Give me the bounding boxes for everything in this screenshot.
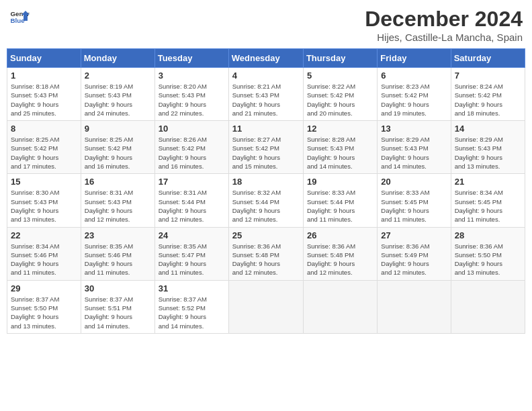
calendar-cell: 5Sunrise: 8:22 AM Sunset: 5:42 PM Daylig… xyxy=(303,68,377,121)
day-number: 9 xyxy=(85,124,151,134)
day-info: Sunrise: 8:27 AM Sunset: 5:42 PM Dayligh… xyxy=(232,135,300,171)
calendar-cell: 23Sunrise: 8:35 AM Sunset: 5:46 PM Dayli… xyxy=(81,227,154,280)
day-number: 24 xyxy=(159,230,225,240)
calendar-week-row: 15Sunrise: 8:30 AM Sunset: 5:43 PM Dayli… xyxy=(7,174,525,227)
weekday-header-row: SundayMondayTuesdayWednesdayThursdayFrid… xyxy=(7,49,525,68)
calendar-cell: 22Sunrise: 8:34 AM Sunset: 5:46 PM Dayli… xyxy=(7,227,81,280)
calendar-cell: 6Sunrise: 8:23 AM Sunset: 5:42 PM Daylig… xyxy=(378,68,451,121)
day-number: 29 xyxy=(11,283,77,293)
calendar-week-row: 22Sunrise: 8:34 AM Sunset: 5:46 PM Dayli… xyxy=(7,227,525,280)
day-number: 20 xyxy=(381,177,447,187)
day-number: 31 xyxy=(159,283,225,293)
day-info: Sunrise: 8:26 AM Sunset: 5:42 PM Dayligh… xyxy=(159,135,225,171)
day-info: Sunrise: 8:31 AM Sunset: 5:44 PM Dayligh… xyxy=(159,188,225,224)
logo-icon: General Blue xyxy=(9,7,30,27)
day-number: 8 xyxy=(11,124,77,134)
day-number: 13 xyxy=(381,124,447,134)
day-info: Sunrise: 8:35 AM Sunset: 5:47 PM Dayligh… xyxy=(159,242,225,277)
calendar-cell: 11Sunrise: 8:27 AM Sunset: 5:42 PM Dayli… xyxy=(228,121,303,174)
day-info: Sunrise: 8:29 AM Sunset: 5:43 PM Dayligh… xyxy=(381,135,447,171)
day-number: 17 xyxy=(159,177,225,187)
calendar-cell: 19Sunrise: 8:33 AM Sunset: 5:44 PM Dayli… xyxy=(303,174,377,227)
calendar-cell: 26Sunrise: 8:36 AM Sunset: 5:48 PM Dayli… xyxy=(303,227,377,280)
day-number: 22 xyxy=(11,230,77,240)
calendar-cell: 20Sunrise: 8:33 AM Sunset: 5:45 PM Dayli… xyxy=(378,174,451,227)
day-info: Sunrise: 8:36 AM Sunset: 5:48 PM Dayligh… xyxy=(307,242,373,277)
day-number: 4 xyxy=(232,71,300,81)
day-number: 11 xyxy=(232,124,300,134)
weekday-header-monday: Monday xyxy=(81,49,154,68)
calendar-week-row: 8Sunrise: 8:25 AM Sunset: 5:42 PM Daylig… xyxy=(7,121,525,174)
day-number: 26 xyxy=(307,230,373,240)
calendar-cell: 10Sunrise: 8:26 AM Sunset: 5:42 PM Dayli… xyxy=(154,121,228,174)
day-number: 15 xyxy=(11,177,77,187)
day-number: 19 xyxy=(307,177,373,187)
calendar-cell xyxy=(228,280,303,333)
day-info: Sunrise: 8:20 AM Sunset: 5:43 PM Dayligh… xyxy=(159,82,225,118)
day-number: 14 xyxy=(455,124,521,134)
day-info: Sunrise: 8:29 AM Sunset: 5:43 PM Dayligh… xyxy=(455,135,521,171)
day-number: 25 xyxy=(232,230,300,240)
calendar-subtitle: Hijes, Castille-La Mancha, Spain xyxy=(365,32,523,43)
day-info: Sunrise: 8:24 AM Sunset: 5:42 PM Dayligh… xyxy=(455,82,521,118)
calendar-cell: 12Sunrise: 8:28 AM Sunset: 5:43 PM Dayli… xyxy=(303,121,377,174)
weekday-header-wednesday: Wednesday xyxy=(228,49,303,68)
calendar-cell: 3Sunrise: 8:20 AM Sunset: 5:43 PM Daylig… xyxy=(154,68,228,121)
calendar-table: SundayMondayTuesdayWednesdayThursdayFrid… xyxy=(7,48,525,334)
calendar-week-row: 29Sunrise: 8:37 AM Sunset: 5:50 PM Dayli… xyxy=(7,280,525,333)
calendar-cell: 25Sunrise: 8:36 AM Sunset: 5:48 PM Dayli… xyxy=(228,227,303,280)
calendar-cell: 7Sunrise: 8:24 AM Sunset: 5:42 PM Daylig… xyxy=(451,68,525,121)
weekday-header-sunday: Sunday xyxy=(7,49,81,68)
day-info: Sunrise: 8:37 AM Sunset: 5:52 PM Dayligh… xyxy=(159,295,225,330)
day-info: Sunrise: 8:33 AM Sunset: 5:44 PM Dayligh… xyxy=(307,188,373,224)
day-number: 1 xyxy=(11,71,77,81)
day-info: Sunrise: 8:36 AM Sunset: 5:50 PM Dayligh… xyxy=(455,242,521,277)
day-number: 10 xyxy=(159,124,225,134)
day-info: Sunrise: 8:35 AM Sunset: 5:46 PM Dayligh… xyxy=(85,242,151,277)
day-number: 21 xyxy=(455,177,521,187)
weekday-header-thursday: Thursday xyxy=(303,49,377,68)
day-number: 18 xyxy=(232,177,300,187)
calendar-cell: 14Sunrise: 8:29 AM Sunset: 5:43 PM Dayli… xyxy=(451,121,525,174)
day-info: Sunrise: 8:33 AM Sunset: 5:45 PM Dayligh… xyxy=(381,188,447,224)
day-info: Sunrise: 8:23 AM Sunset: 5:42 PM Dayligh… xyxy=(381,82,447,118)
day-number: 12 xyxy=(307,124,373,134)
calendar-cell: 18Sunrise: 8:32 AM Sunset: 5:44 PM Dayli… xyxy=(228,174,303,227)
calendar-cell: 28Sunrise: 8:36 AM Sunset: 5:50 PM Dayli… xyxy=(451,227,525,280)
day-info: Sunrise: 8:34 AM Sunset: 5:45 PM Dayligh… xyxy=(455,188,521,224)
calendar-cell: 16Sunrise: 8:31 AM Sunset: 5:43 PM Dayli… xyxy=(81,174,154,227)
svg-text:Blue: Blue xyxy=(11,17,26,24)
day-number: 28 xyxy=(455,230,521,240)
day-info: Sunrise: 8:21 AM Sunset: 5:43 PM Dayligh… xyxy=(232,82,300,118)
day-info: Sunrise: 8:34 AM Sunset: 5:46 PM Dayligh… xyxy=(11,242,77,277)
calendar-cell: 4Sunrise: 8:21 AM Sunset: 5:43 PM Daylig… xyxy=(228,68,303,121)
calendar-title: December 2024 xyxy=(365,7,523,32)
day-info: Sunrise: 8:36 AM Sunset: 5:48 PM Dayligh… xyxy=(232,242,300,277)
calendar-cell: 8Sunrise: 8:25 AM Sunset: 5:42 PM Daylig… xyxy=(7,121,81,174)
day-number: 7 xyxy=(455,71,521,81)
title-area: December 2024 Hijes, Castille-La Mancha,… xyxy=(365,7,523,43)
day-info: Sunrise: 8:28 AM Sunset: 5:43 PM Dayligh… xyxy=(307,135,373,171)
day-info: Sunrise: 8:31 AM Sunset: 5:43 PM Dayligh… xyxy=(85,188,151,224)
day-info: Sunrise: 8:25 AM Sunset: 5:42 PM Dayligh… xyxy=(85,135,151,171)
calendar-cell: 9Sunrise: 8:25 AM Sunset: 5:42 PM Daylig… xyxy=(81,121,154,174)
day-info: Sunrise: 8:37 AM Sunset: 5:50 PM Dayligh… xyxy=(11,295,77,330)
day-info: Sunrise: 8:30 AM Sunset: 5:43 PM Dayligh… xyxy=(11,188,77,224)
calendar-cell: 24Sunrise: 8:35 AM Sunset: 5:47 PM Dayli… xyxy=(154,227,228,280)
calendar-cell: 30Sunrise: 8:37 AM Sunset: 5:51 PM Dayli… xyxy=(81,280,154,333)
calendar-cell: 15Sunrise: 8:30 AM Sunset: 5:43 PM Dayli… xyxy=(7,174,81,227)
calendar-week-row: 1Sunrise: 8:18 AM Sunset: 5:43 PM Daylig… xyxy=(7,68,525,121)
day-number: 30 xyxy=(85,283,151,293)
day-number: 6 xyxy=(381,71,447,81)
day-info: Sunrise: 8:25 AM Sunset: 5:42 PM Dayligh… xyxy=(11,135,77,171)
day-info: Sunrise: 8:32 AM Sunset: 5:44 PM Dayligh… xyxy=(232,188,300,224)
day-number: 27 xyxy=(381,230,447,240)
weekday-header-saturday: Saturday xyxy=(451,49,525,68)
logo: General Blue xyxy=(9,7,30,27)
calendar-cell xyxy=(303,280,377,333)
calendar-cell: 2Sunrise: 8:19 AM Sunset: 5:43 PM Daylig… xyxy=(81,68,154,121)
day-info: Sunrise: 8:19 AM Sunset: 5:43 PM Dayligh… xyxy=(85,82,151,118)
day-info: Sunrise: 8:18 AM Sunset: 5:43 PM Dayligh… xyxy=(11,82,77,118)
weekday-header-tuesday: Tuesday xyxy=(154,49,228,68)
calendar-cell: 31Sunrise: 8:37 AM Sunset: 5:52 PM Dayli… xyxy=(154,280,228,333)
